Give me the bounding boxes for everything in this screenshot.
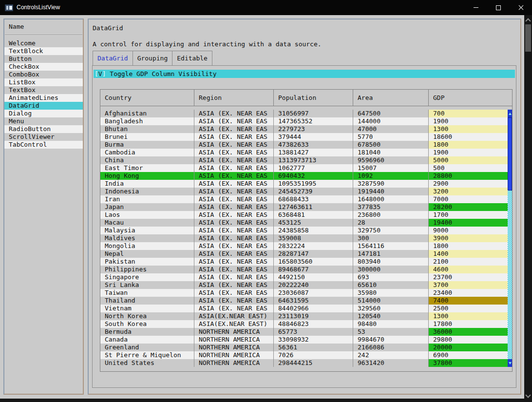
grid-row-indonesia[interactable]: IndonesiaASIA (EX. NEAR EAS2454527391919… bbox=[100, 188, 512, 195]
sidebar-item-welcome[interactable]: Welcome bbox=[4, 39, 83, 47]
sidebar-item-listbox[interactable]: ListBox bbox=[4, 78, 83, 86]
sidebar-item-button[interactable]: Button bbox=[4, 55, 83, 63]
grid-row-india[interactable]: IndiaASIA (EX. NEAR EAS10953519953287590… bbox=[100, 180, 512, 188]
cell-region: ASIA (EX. NEAR EAS bbox=[194, 188, 274, 195]
cell-area: 2166086 bbox=[353, 344, 429, 351]
cell-area: 9631420 bbox=[353, 359, 429, 367]
sidebar-item-combobox[interactable]: ComboBox bbox=[4, 71, 83, 78]
grid-row-vietnam[interactable]: VietnamASIA (EX. NEAR EAS844029663295602… bbox=[100, 305, 512, 312]
grid-row-philippines[interactable]: PhilippinesASIA (EX. NEAR EAS89468677300… bbox=[100, 266, 512, 273]
cell-area: 1919440 bbox=[353, 188, 429, 195]
cell-population: 48846823 bbox=[274, 320, 353, 328]
cell-population: 379444 bbox=[274, 133, 353, 141]
checkbox-mark-icon: V bbox=[98, 70, 102, 77]
cell-population: 127463611 bbox=[274, 203, 353, 211]
sidebar-item-tabcontrol[interactable]: TabControl bbox=[4, 141, 83, 149]
scroll-up-button[interactable] bbox=[508, 110, 512, 117]
grid-scrollbar[interactable] bbox=[508, 110, 512, 367]
column-header-region[interactable]: Region bbox=[194, 90, 274, 106]
grid-row-laos[interactable]: LaosASIA (EX. NEAR EAS63684812368001700 bbox=[100, 211, 512, 219]
cell-region: NORTHERN AMERICA bbox=[194, 336, 274, 344]
cell-gdp: 20000 bbox=[429, 344, 512, 351]
cell-population: 1095351995 bbox=[274, 180, 353, 188]
column-header-population[interactable]: Population bbox=[274, 90, 353, 106]
scroll-down-button[interactable] bbox=[508, 359, 512, 367]
sidebar-item-textbox[interactable]: TextBox bbox=[4, 86, 83, 94]
close-button[interactable] bbox=[510, 0, 532, 15]
grid-row-japan[interactable]: JapanASIA (EX. NEAR EAS12746361137783528… bbox=[100, 203, 512, 211]
grid-row-st-pierre-miquelon[interactable]: St Pierre & MiquelonNORTHERN AMERICA7026… bbox=[100, 351, 512, 359]
window-scroll-down-icon[interactable] bbox=[525, 392, 531, 398]
grid-row-thailand[interactable]: ThailandASIA (EX. NEAR EAS64631595514000… bbox=[100, 297, 512, 305]
grid-row-singapore[interactable]: SingaporeASIA (EX. NEAR EAS4492150693237… bbox=[100, 273, 512, 281]
grid-row-sri-lanka[interactable]: Sri LankaASIA (EX. NEAR EAS2022224065610… bbox=[100, 281, 512, 289]
grid-row-east-timor[interactable]: East TimorASIA (EX. NEAR EAS106277715007… bbox=[100, 164, 512, 172]
column-header-country[interactable]: Country bbox=[100, 90, 194, 106]
sidebar-item-menu[interactable]: Menu bbox=[4, 117, 83, 125]
window-scrollbar-thumb[interactable] bbox=[525, 24, 531, 52]
cell-region: ASIA (EX. NEAR EAS bbox=[194, 234, 274, 242]
cell-region: ASIA(EX.NEAR EAST) bbox=[194, 312, 274, 320]
grid-row-greenland[interactable]: GreenlandNORTHERN AMERICA563612166086200… bbox=[100, 344, 512, 351]
minimize-button[interactable] bbox=[465, 0, 487, 15]
cell-region: NORTHERN AMERICA bbox=[194, 351, 274, 359]
sidebar-panel: Name WelcomeTextBlockButtonCheckBoxCombo… bbox=[3, 19, 84, 395]
grid-row-burma[interactable]: BurmaASIA (EX. NEAR EAS47382633678500180… bbox=[100, 141, 512, 149]
grid-row-iran[interactable]: IranASIA (EX. NEAR EAS686884331648000700… bbox=[100, 195, 512, 203]
cell-region: NORTHERN AMERICA bbox=[194, 359, 274, 367]
grid-row-mongolia[interactable]: MongoliaASIA (EX. NEAR EAS28322241564116… bbox=[100, 242, 512, 250]
grid-row-macau[interactable]: MacauASIA (EX. NEAR EAS4531252819400 bbox=[100, 219, 512, 227]
cell-gdp: 500 bbox=[429, 164, 512, 172]
cell-area: 147181 bbox=[353, 250, 429, 258]
maximize-button[interactable] bbox=[487, 0, 510, 15]
grid-row-malaysia[interactable]: MalaysiaASIA (EX. NEAR EAS24385858329750… bbox=[100, 227, 512, 234]
tab-grouping[interactable]: Grouping bbox=[133, 51, 173, 66]
grid-row-south-korea[interactable]: South KoreaASIA(EX.NEAR EAST)48846823984… bbox=[100, 320, 512, 328]
sidebar-item-datagrid[interactable]: DataGrid bbox=[4, 102, 83, 110]
cell-population: 1313973713 bbox=[274, 156, 353, 164]
grid-row-bangladesh[interactable]: BangladeshASIA (EX. NEAR EAS147365352144… bbox=[100, 117, 512, 125]
scrollbar-thumb[interactable] bbox=[508, 117, 512, 191]
arrow-down-icon bbox=[509, 362, 512, 364]
grid-row-cambodia[interactable]: CambodiaASIA (EX. NEAR EAS13881427181040… bbox=[100, 149, 512, 156]
cell-region: ASIA (EX. NEAR EAS bbox=[194, 164, 274, 172]
cell-population: 64631595 bbox=[274, 297, 353, 305]
cell-gdp: 2900 bbox=[429, 180, 512, 188]
grid-row-china[interactable]: ChinaASIA (EX. NEAR EAS13139737139596960… bbox=[100, 156, 512, 164]
grid-row-pakistan[interactable]: PakistanASIA (EX. NEAR EAS16580356080394… bbox=[100, 258, 512, 266]
tab-content-panel: [V] Toggle GDP Column Visibility Country… bbox=[92, 65, 516, 388]
grid-row-bhutan[interactable]: BhutanASIA (EX. NEAR EAS2279723470001300 bbox=[100, 125, 512, 133]
tab-datagrid[interactable]: DataGrid bbox=[93, 51, 133, 66]
sidebar-item-checkbox[interactable]: CheckBox bbox=[4, 63, 83, 71]
cell-country: Thailand bbox=[100, 297, 194, 305]
cell-country: Macau bbox=[100, 219, 194, 227]
grid-row-nepal[interactable]: NepalASIA (EX. NEAR EAS28287147147181140… bbox=[100, 250, 512, 258]
column-header-area[interactable]: Area bbox=[353, 90, 429, 106]
sidebar-item-scrollviewer[interactable]: ScrollViewer bbox=[4, 133, 83, 141]
toggle-gdp-checkbox[interactable]: [V] Toggle GDP Column Visibility bbox=[94, 70, 515, 78]
sidebar-item-radiobutton[interactable]: RadioButton bbox=[4, 125, 83, 133]
window-scroll-up-icon[interactable] bbox=[525, 18, 531, 23]
tab-editable[interactable]: Editable bbox=[172, 51, 212, 66]
grid-row-hong-kong[interactable]: Hong KongASIA (EX. NEAR EAS6940432109228… bbox=[100, 172, 512, 180]
grid-row-bermuda[interactable]: BermudaNORTHERN AMERICA657735336000 bbox=[100, 328, 512, 336]
grid-row-afghanistan[interactable]: AfghanistanASIA (EX. NEAR EAS31056997647… bbox=[100, 110, 512, 117]
grid-row-united-states[interactable]: United StatesNORTHERN AMERICA29844421596… bbox=[100, 359, 512, 367]
cell-country: East Timor bbox=[100, 164, 194, 172]
scrollbar-track[interactable] bbox=[508, 191, 512, 359]
sidebar-item-animatedlines[interactable]: AnimatedLines bbox=[4, 94, 83, 102]
grid-body: AfghanistanASIA (EX. NEAR EAS31056997647… bbox=[100, 110, 512, 367]
column-header-gdp[interactable]: GDP bbox=[429, 90, 512, 106]
sidebar-item-dialog[interactable]: Dialog bbox=[4, 110, 83, 117]
toggle-label: Toggle GDP Column Visibility bbox=[106, 70, 216, 77]
grid-row-maldives[interactable]: MaldivesASIA (EX. NEAR EAS3590083003900 bbox=[100, 234, 512, 242]
grid-row-taiwan[interactable]: TaiwanASIA (EX. NEAR EAS2303608735980234… bbox=[100, 289, 512, 297]
sidebar-item-textblock[interactable]: TextBlock bbox=[4, 47, 83, 55]
cell-population: 23113019 bbox=[274, 312, 353, 320]
grid-row-canada[interactable]: CanadaNORTHERN AMERICA330989329984670298… bbox=[100, 336, 512, 344]
grid-row-north-korea[interactable]: North KoreaASIA(EX.NEAR EAST)23113019120… bbox=[100, 312, 512, 320]
cell-population: 47382633 bbox=[274, 141, 353, 149]
cell-country: Philippines bbox=[100, 266, 194, 273]
window-scrollbar[interactable] bbox=[524, 15, 532, 402]
grid-row-brunei[interactable]: BruneiASIA (EX. NEAR EAS379444577018600 bbox=[100, 133, 512, 141]
